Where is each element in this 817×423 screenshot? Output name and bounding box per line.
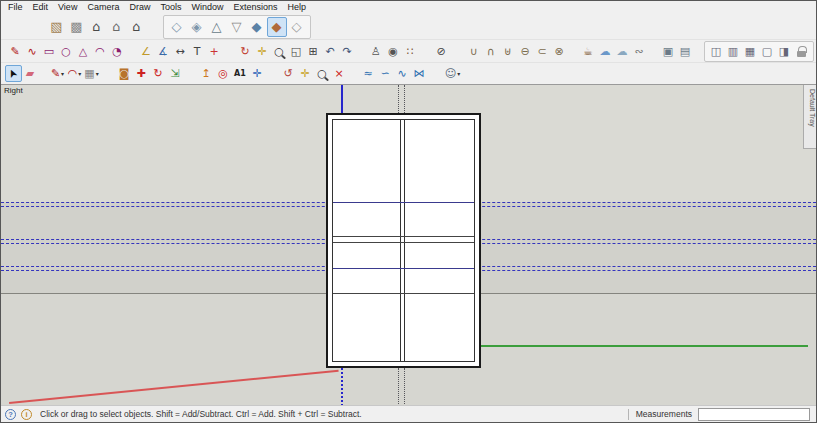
zoom-tool-icon[interactable]: ○ [314, 65, 331, 82]
blue-axis-dotted[interactable] [341, 368, 343, 405]
axes-tool-icon[interactable]: + [206, 43, 223, 60]
shaded-style-icon[interactable]: ◆ [247, 17, 267, 37]
line-tool-icon[interactable]: ✎ [7, 43, 24, 60]
tape-measure-tool-icon[interactable]: ∠ [138, 43, 155, 60]
dimension-tool-icon[interactable]: ↔ [172, 43, 189, 60]
pan-tool-icon[interactable]: ✛ [297, 65, 314, 82]
menu-item[interactable]: Edit [28, 1, 54, 14]
scale-tool-icon[interactable]: ⇲ [167, 65, 184, 82]
green-axis-line[interactable] [481, 345, 808, 347]
monochrome-style-icon[interactable]: ◇ [287, 17, 307, 37]
menu-item[interactable]: File [3, 1, 28, 14]
pan-tool-icon[interactable]: ✛ [254, 43, 271, 60]
solid-box-icon[interactable]: ▩ [67, 17, 87, 37]
menu-item[interactable]: Window [186, 1, 228, 14]
shaded-textures-style-icon[interactable]: ◆ [267, 17, 287, 37]
section-plane-icon[interactable]: ◫ [708, 43, 725, 60]
hidden-edge-dotted[interactable] [398, 85, 399, 113]
no-tool-icon[interactable]: ⊘ [433, 43, 450, 60]
help-icon[interactable]: ? [5, 409, 16, 420]
hidden-edge-dotted[interactable] [398, 368, 399, 405]
3d-warehouse-icon[interactable]: ☁ [597, 43, 614, 60]
orbit-tool-icon[interactable]: ↺ [280, 65, 297, 82]
zoom-extents-tool-icon[interactable]: ⊞ [305, 43, 322, 60]
swatch-dropdown-icon[interactable]: ▦▾ [83, 65, 100, 82]
back-edges-style-icon[interactable]: ◈ [187, 17, 207, 37]
share-model-icon[interactable]: ☁ [614, 43, 631, 60]
mullion-edge[interactable] [400, 120, 401, 361]
eraser-tool-icon[interactable]: ▰ [22, 65, 39, 82]
paint-bucket-tool-icon[interactable]: ◙ [116, 65, 133, 82]
text-tool-icon[interactable]: A1 [232, 65, 249, 82]
move-tool-icon[interactable]: ✚ [133, 65, 150, 82]
push-pull-tool-icon[interactable]: ↥ [198, 65, 215, 82]
pie-tool-icon[interactable]: ◔ [109, 43, 126, 60]
open-house-icon[interactable]: ⌂ [107, 17, 127, 37]
hidden-line-style-icon[interactable]: ▽ [227, 17, 247, 37]
styles-panel-icon[interactable]: ◨ [776, 43, 793, 60]
rotate-tool-icon[interactable]: ↻ [150, 65, 167, 82]
zoom-window-tool-icon[interactable]: ◱ [288, 43, 305, 60]
hidden-edge-dotted[interactable] [404, 368, 405, 405]
save-house-icon[interactable]: ⌂ [127, 17, 147, 37]
rail-edge[interactable] [333, 268, 474, 269]
fog-toggle-icon[interactable]: ▤ [677, 43, 694, 60]
scene-frame-icon[interactable]: ▢ [759, 43, 776, 60]
split-tool-icon[interactable]: ⊗ [551, 43, 568, 60]
lock-icon[interactable] [793, 43, 810, 60]
hidden-edge-dotted[interactable] [404, 85, 405, 113]
line-style-dropdown-icon[interactable]: ✎▾ [49, 65, 66, 82]
orbit-tool-icon[interactable]: ↻ [237, 43, 254, 60]
intersect-tool-icon[interactable]: ∩ [483, 43, 500, 60]
position-camera-tool-icon[interactable]: ♙ [368, 43, 385, 60]
union-tool-icon[interactable]: ⊎ [500, 43, 517, 60]
rail-edge[interactable] [333, 236, 474, 237]
freehand-tool-icon[interactable]: ∿ [24, 43, 41, 60]
new-house-icon[interactable]: ⌂ [87, 17, 107, 37]
select-tool-icon[interactable]: ➤ [5, 65, 22, 82]
rail-edge[interactable] [333, 202, 474, 203]
section-cuts-icon[interactable]: ▥ [725, 43, 742, 60]
next-view-icon[interactable]: ↷ [339, 43, 356, 60]
drape-tool-icon[interactable]: ⋈ [411, 65, 428, 82]
arc-tool-icon[interactable]: ◠ [92, 43, 109, 60]
blue-axis-line[interactable] [341, 85, 343, 113]
window-frame[interactable] [326, 113, 481, 368]
trim-tool-icon[interactable]: ⊂ [534, 43, 551, 60]
text-note-tool-icon[interactable]: T [189, 43, 206, 60]
offset-tool-icon[interactable]: ◎ [215, 65, 232, 82]
default-tray-tab[interactable]: Default Tray [803, 85, 816, 149]
soften-edges-icon[interactable]: ≈ [360, 65, 377, 82]
viewport-canvas[interactable]: Right Default Tray [1, 84, 816, 405]
look-around-tool-icon[interactable]: ◉ [385, 43, 402, 60]
menu-item[interactable]: Draw [124, 1, 155, 14]
geolocation-icon[interactable]: i [21, 409, 32, 420]
add-location-icon[interactable]: ☺▾ [444, 65, 461, 82]
teapot-icon[interactable]: ☕ [580, 43, 597, 60]
extension-warehouse-icon[interactable]: ∾ [631, 43, 648, 60]
menu-item[interactable]: View [53, 1, 82, 14]
polygon-tool-icon[interactable]: △ [75, 43, 92, 60]
section-fill-icon[interactable]: ▦ [742, 43, 759, 60]
shadows-toggle-icon[interactable]: ▣ [660, 43, 677, 60]
previous-view-icon[interactable]: ↶ [322, 43, 339, 60]
protractor-tool-icon[interactable]: ∡ [155, 43, 172, 60]
menu-item[interactable]: Camera [82, 1, 124, 14]
mullion-edge[interactable] [404, 120, 405, 361]
outer-shell-tool-icon[interactable]: ∪ [466, 43, 483, 60]
sandbox-from-contours-icon[interactable]: ∽ [377, 65, 394, 82]
delete-guides-icon[interactable]: × [331, 65, 348, 82]
model-axes-icon[interactable]: ✛ [249, 65, 266, 82]
open-box-icon[interactable]: ▧ [47, 17, 67, 37]
rail-edge[interactable] [333, 293, 474, 294]
wireframe-style-icon[interactable]: △ [207, 17, 227, 37]
menu-item[interactable]: Extensions [228, 1, 282, 14]
walk-tool-icon[interactable]: ∷ [402, 43, 419, 60]
menu-item[interactable]: Tools [155, 1, 186, 14]
arc-style-dropdown-icon[interactable]: ◠▾ [66, 65, 83, 82]
rectangle-tool-icon[interactable]: ▭ [41, 43, 58, 60]
subtract-tool-icon[interactable]: ⊖ [517, 43, 534, 60]
xray-style-icon[interactable]: ◇ [167, 17, 187, 37]
smoove-tool-icon[interactable]: ∿ [394, 65, 411, 82]
menu-item[interactable]: Help [282, 1, 311, 14]
